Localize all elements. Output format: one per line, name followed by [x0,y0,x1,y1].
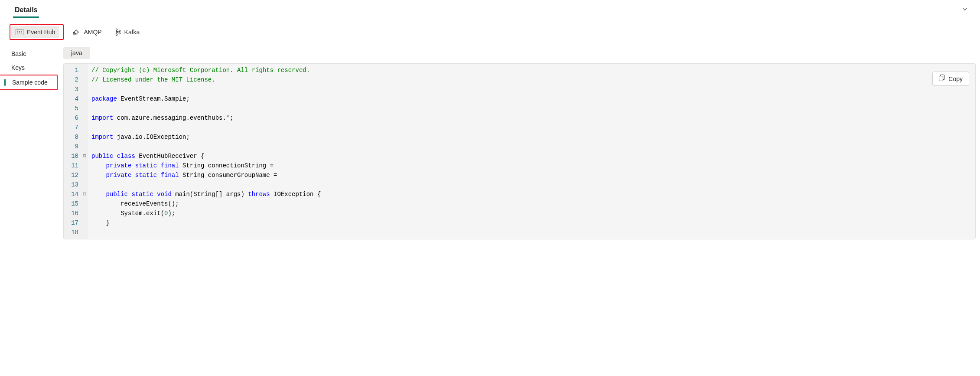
svg-line-14 [117,31,119,32]
svg-point-10 [119,30,120,31]
svg-point-7 [116,29,117,30]
protocol-kafka-label: Kafka [124,29,140,36]
svg-point-3 [21,31,22,32]
copy-button-label: Copy [948,75,963,82]
code-block: Copy 123456789101112131415161718 ⊟⊟ // C… [63,63,976,239]
line-number-gutter: 123456789101112131415161718 [64,64,81,239]
language-chip[interactable]: java [63,47,90,59]
protocol-amqp[interactable]: AMQP [68,26,106,38]
eventhub-icon [16,29,23,35]
svg-rect-0 [16,29,23,35]
copy-button[interactable]: Copy [932,72,969,86]
svg-point-8 [116,31,117,33]
protocol-eventhub-label: Event Hub [27,29,55,36]
svg-point-1 [17,31,18,32]
svg-line-15 [117,33,119,33]
protocol-amqp-label: AMQP [84,29,101,36]
tab-details[interactable]: Details [13,3,39,18]
code-lines[interactable]: // Copyright (c) Microsoft Corporation. … [88,64,975,239]
protocol-kafka[interactable]: Kafka [111,26,144,39]
svg-rect-17 [939,76,943,81]
fold-column: ⊟⊟ [81,64,88,239]
details-header: Details [0,0,980,18]
sidebar-item-keys[interactable]: Keys [0,61,57,75]
protocol-tabs: Event Hub AMQP Kafka [0,18,980,46]
sidebar: Basic Keys Sample code [0,46,57,244]
sidebar-item-samplecode[interactable]: Sample code [0,75,57,89]
highlight-samplecode: Sample code [0,75,58,90]
svg-point-4 [17,33,18,33]
copy-icon [939,75,945,83]
svg-point-5 [19,33,20,33]
svg-point-9 [116,34,117,35]
svg-point-6 [21,33,22,33]
sidebar-item-basic[interactable]: Basic [0,47,57,61]
highlight-eventhub: Event Hub [10,24,64,40]
protocol-eventhub[interactable]: Event Hub [11,26,59,38]
chevron-down-icon[interactable] [957,3,972,17]
svg-point-11 [119,33,120,34]
amqp-icon [72,29,80,35]
svg-point-2 [19,31,20,32]
kafka-icon [115,28,121,36]
content-panel: java Copy 123456789101112131415161718 ⊟⊟… [57,46,980,244]
